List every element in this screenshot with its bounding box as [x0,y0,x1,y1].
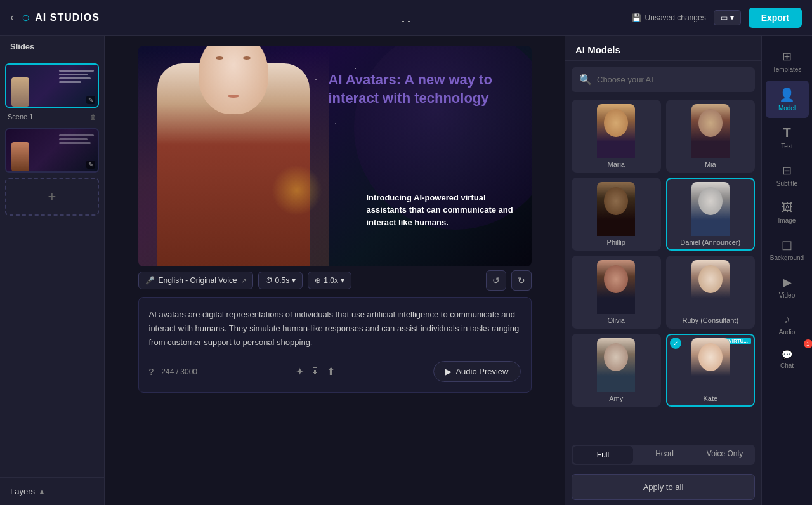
view-voice-only-button[interactable]: Voice Only [695,445,755,465]
slide-thumb-1[interactable]: ✎ [5,63,99,108]
view-head-button[interactable]: Head [634,445,695,465]
expand-icon[interactable]: ⛶ [401,12,411,23]
aspect-ratio-icon: ▭ [721,13,728,22]
slides-list: ✎ Scene 1 🗑 [0,58,104,477]
apply-to-all-button[interactable]: Apply to all [572,474,755,500]
logo-icon: ○ [22,10,30,26]
speed-value: 0.5s [275,276,290,285]
script-bottom-row: ? 244 / 3000 [149,367,198,377]
speed-control[interactable]: ⏱ 0.5s ▾ [258,272,303,289]
templates-icon-button[interactable]: ⊞ Templates [766,43,809,79]
thumb-line [59,77,91,79]
model-img-mia [667,101,754,158]
char-count: 244 / 3000 [161,367,197,376]
model-card-phillip[interactable]: Phillip [572,178,661,251]
slide-title: AI Avatars: A new way to interact with t… [329,71,519,107]
model-card-kate[interactable]: ✓ VIRTU... Kate [666,334,756,407]
model-name-phillip: Phillip [573,236,660,249]
image-icon-button[interactable]: 🖼 Image [766,195,809,230]
voice-selector[interactable]: 🎤 English - Original Voice ↗ [138,272,253,289]
audio-preview-button[interactable]: ▶ Audio Preview [433,361,520,382]
avatar-container [138,51,329,266]
ai-generate-icon[interactable]: ✦ [296,365,304,377]
zoom-value: 1.0x [324,276,338,285]
audio-icon: ♪ [784,313,790,326]
lens-flare [272,165,322,216]
help-icon[interactable]: ? [149,367,154,377]
scenes-icon-button[interactable]: 💬 Chat [766,343,809,376]
dropdown-chevron-icon: ▾ [730,13,734,22]
model-name-maria: Maria [573,158,660,171]
slide-edit-icon-2[interactable]: ✎ [86,161,95,169]
slide-thumb-inner-1 [6,65,98,107]
model-figure-mia [691,104,730,158]
logo-text: AI STUDIOS [35,12,100,23]
model-name-kate: Kate [667,392,754,405]
far-right-icons: ⊞ Templates 👤 Model T Text ⊟ Subtitle 🖼 … [761,36,812,505]
script-footer: ? 244 / 3000 ✦ 🎙 ⬆ ▶ Audi [149,356,521,382]
undo-button[interactable]: ↺ [486,270,506,291]
model-card-amy[interactable]: Amy [572,334,661,407]
search-input[interactable] [597,75,747,84]
text-icon-button[interactable]: T Text [766,119,809,156]
model-img-ruby [667,257,754,314]
scene-group-1: ✎ Scene 1 🗑 [5,63,99,123]
search-bar: 🔍 [572,67,755,92]
video-icon-button[interactable]: ▶ Video [766,269,809,305]
model-name-daniel: Daniel (Announcer) [667,236,754,249]
model-head-maria [604,109,628,137]
slides-header: Slides [0,36,104,58]
subtitle-icon: ⊟ [782,164,792,178]
model-icon: 👤 [779,87,795,102]
search-icon: 🔍 [579,74,592,86]
size-picker[interactable]: ▭ ▾ [714,10,741,25]
add-slide-button[interactable]: + [5,178,99,216]
redo-icon: ↻ [518,275,525,285]
model-figure-kate [691,338,730,392]
model-card-maria[interactable]: Maria [572,100,661,173]
plus-icon: + [48,188,56,205]
view-toggle: Full Head Voice Only [572,445,755,465]
model-card-daniel[interactable]: Daniel (Announcer) [666,178,756,251]
back-button[interactable]: ‹ [10,11,14,24]
delete-scene-icon[interactable]: 🗑 [90,114,96,121]
model-img-maria [573,101,660,158]
model-card-olivia[interactable]: Olivia [572,256,661,329]
export-button[interactable]: Export [749,8,802,28]
thumb-line [59,70,94,72]
ai-models-panel: AI Models 🔍 Maria [565,36,761,505]
text-icon: T [783,126,790,140]
background-icon-button[interactable]: ◫ Background [766,232,809,268]
model-card-ruby[interactable]: Ruby (Consultant) [666,256,756,329]
nav-left: ‹ ○ AI STUDIOS [10,10,393,26]
model-figure-phillip [597,182,635,236]
slide-body-text: Introducing AI-powered virtual assistant… [367,192,519,229]
audio-play-icon: ▶ [445,367,452,376]
thumb-line [59,142,91,144]
redo-button[interactable]: ↻ [511,270,532,291]
model-img-kate [667,335,754,392]
background-icon: ◫ [782,238,792,252]
model-head-daniel [698,187,723,215]
avatar-eye-right [243,56,251,60]
audio-icon-button[interactable]: ♪ Audio [766,306,809,342]
thumb-text-lines-2 [59,134,94,144]
avatar-body [157,63,310,266]
model-icon-button[interactable]: 👤 Model [766,81,809,118]
slide-edit-icon[interactable]: ✎ [86,96,95,104]
model-card-mia[interactable]: Mia [666,100,756,173]
share-icon[interactable]: ⬆ [327,365,335,377]
thumb-line [59,81,81,83]
layers-bar[interactable]: Layers ▲ [0,477,104,505]
slide-canvas[interactable]: AI Avatars: A new way to interact with t… [138,46,532,266]
zoom-control[interactable]: ⊕ 1.0x ▾ [308,272,351,289]
slide-thumb-2[interactable]: ✎ [5,128,99,173]
nav-center: ⛶ [401,12,411,23]
microphone-icon[interactable]: 🎙 [310,366,320,377]
script-text[interactable]: AI avatars are digital representations o… [149,308,521,350]
script-tools: ✦ 🎙 ⬆ [296,365,335,377]
view-full-button[interactable]: Full [573,446,633,464]
subtitle-icon-button[interactable]: ⊟ Subtitle [766,157,809,193]
nav-right: 💾 Unsaved changes ▭ ▾ Export [419,8,802,28]
video-icon: ▶ [783,275,792,289]
